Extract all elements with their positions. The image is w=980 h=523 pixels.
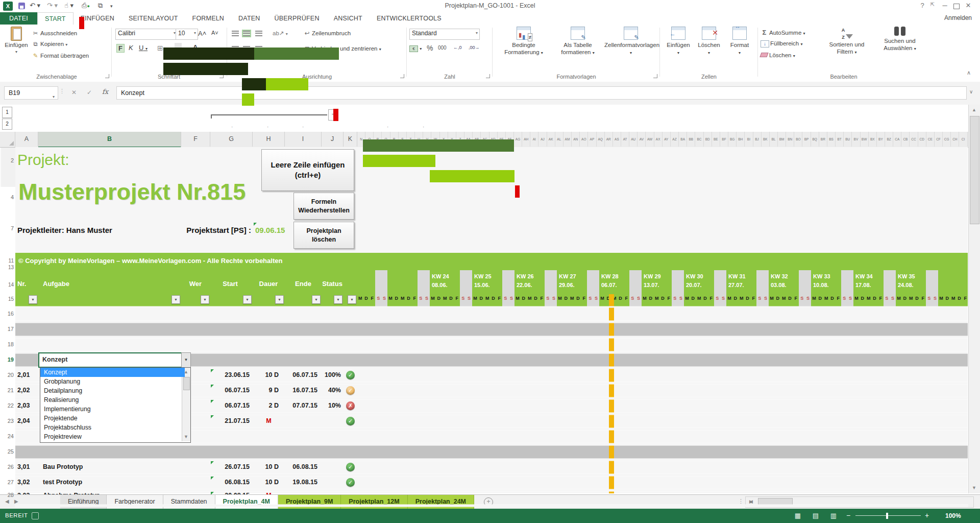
cell-start-20[interactable]: 23.06.15 (210, 371, 250, 378)
row-number-7[interactable]: 7 (0, 225, 14, 231)
tab-scrollbar-divider[interactable]: ⋮ (738, 498, 744, 505)
cell-nr-27[interactable]: 3,02 (17, 479, 30, 486)
bold-button[interactable]: F (116, 44, 125, 53)
name-box[interactable]: B19▾ (4, 86, 58, 100)
cell-start-22[interactable]: 06.07.15 (210, 402, 250, 409)
column-header-ak[interactable]: AK (547, 132, 555, 147)
column-header-a[interactable]: A (15, 132, 38, 147)
cell-start-23[interactable]: 21.07.15 (210, 417, 250, 424)
clear-plan-button[interactable]: Projektplanlöschen (293, 222, 354, 249)
number-dialog-launcher[interactable] (486, 74, 490, 78)
column-header-as[interactable]: AS (613, 132, 621, 147)
column-header-h[interactable]: H (253, 132, 285, 147)
row-number-17[interactable]: 17 (0, 326, 14, 332)
column-header-au[interactable]: AU (629, 132, 638, 147)
cell-dauer-26[interactable]: 10 D (253, 463, 279, 470)
autosum-button[interactable]: ΣAutoSumme ▾ (761, 29, 805, 36)
vertical-scroll-thumb[interactable] (970, 116, 979, 224)
column-header-ce[interactable]: CE (926, 132, 935, 147)
minimize-button[interactable]: ─ (940, 2, 949, 9)
row-number-14[interactable]: 14 (0, 282, 14, 288)
row-number-22[interactable]: 22 (0, 402, 14, 409)
next-sheet-icon[interactable]: ▶ (14, 498, 18, 504)
close-button[interactable]: ✕ (964, 2, 973, 9)
select-all-corner[interactable] (0, 132, 15, 147)
increase-decimal-button[interactable]: ←,0 (453, 45, 462, 50)
row-number-11[interactable]: 11 (0, 258, 14, 264)
zoom-in-button[interactable]: + (925, 511, 929, 519)
expand-formula-bar-icon[interactable]: ∨ (969, 89, 973, 94)
quick-print-icon[interactable]: ⎙● (82, 2, 90, 10)
sign-in-link[interactable]: Anmelden (944, 14, 972, 21)
dropdown-item-implementierung[interactable]: Implementierung (40, 405, 185, 414)
column-header-bg[interactable]: BG (728, 132, 737, 147)
zoom-slider-track[interactable] (855, 515, 921, 516)
cell-ende-26[interactable]: 06.08.15 (285, 463, 317, 470)
find-select-button[interactable]: Suchen undAuswählen ▾ (875, 27, 925, 53)
row-number-26[interactable]: 26 (0, 464, 14, 470)
grow-font-button[interactable]: A˄ (198, 30, 206, 37)
column-header-ba[interactable]: BA (679, 132, 687, 147)
scroll-down-icon[interactable]: ▼ (970, 484, 978, 492)
column-header-cg[interactable]: CG (943, 132, 951, 147)
ribbon-display-icon[interactable]: ⇱ (928, 2, 937, 7)
insert-empty-row-button[interactable]: Leere Zeile einfügen(ctrl+e) (261, 149, 354, 191)
cell-dauer-22[interactable]: 2 D (253, 402, 279, 409)
cell-dauer-23[interactable]: M (253, 417, 285, 424)
insert-cells-button[interactable]: ← Einfügen▾ (664, 27, 693, 57)
column-header-bw[interactable]: BW (861, 132, 869, 147)
column-header-aj[interactable]: AJ (538, 132, 547, 147)
row-number-24[interactable]: 24 (0, 433, 14, 439)
column-header-bl[interactable]: BL (770, 132, 778, 147)
column-header-bi[interactable]: BI (745, 132, 753, 147)
row-number-20[interactable]: 20 (0, 372, 14, 378)
zoom-out-button[interactable]: − (846, 511, 850, 519)
decrease-decimal-button[interactable]: ,00→ (469, 45, 480, 50)
row-number-21[interactable]: 21 (0, 387, 14, 393)
column-header-cd[interactable]: CD (918, 132, 926, 147)
conditional-formatting-button[interactable]: ▮▮≠ BedingteFormatierung ▾ (497, 27, 550, 57)
column-header-j[interactable]: J (322, 132, 344, 147)
column-header-an[interactable]: AN (572, 132, 580, 147)
row-number-27[interactable]: 27 (0, 479, 14, 485)
column-header-by[interactable]: BY (877, 132, 885, 147)
column-header-ch[interactable]: CH (951, 132, 959, 147)
font-family-select[interactable]: Calibri▾ (115, 29, 178, 40)
active-cell-b19[interactable]: Konzept (38, 352, 182, 368)
dropdown-item-detailplanung[interactable]: Detailplanung (40, 386, 185, 395)
column-header-ci[interactable]: CI (959, 132, 967, 147)
column-header-ar[interactable]: AR (605, 132, 613, 147)
row-number-28[interactable]: 28 (0, 492, 14, 498)
percent-style-button[interactable]: % (427, 44, 433, 52)
dropdown-item-projektreview[interactable]: Projektreview (40, 432, 185, 441)
cell-task-27[interactable]: test Prototyp (43, 479, 82, 486)
dropdown-item-realisierung[interactable]: Realisierung (40, 395, 185, 405)
cell-start-21[interactable]: 06.07.15 (210, 387, 250, 394)
column-header-am[interactable]: AM (564, 132, 572, 147)
format-cells-button[interactable]: ↔ Format▾ (725, 27, 754, 57)
sort-filter-button[interactable]: AZ Sortieren undFiltern ▾ (822, 27, 872, 56)
ribbon-tab-daten[interactable]: DATEN (231, 12, 267, 25)
cell-dropdown-arrow[interactable]: ▼ (181, 352, 191, 368)
column-header-ax[interactable]: AX (654, 132, 663, 147)
align-top-icon[interactable] (232, 31, 239, 36)
filter-button-6[interactable]: ▼ (334, 295, 342, 304)
filter-button-2[interactable]: ▼ (201, 295, 209, 304)
ribbon-tab-datei[interactable]: DATEI (0, 12, 37, 25)
row-number-19[interactable]: 19 (0, 356, 14, 363)
align-bottom-icon[interactable] (255, 31, 262, 36)
column-header-bz[interactable]: BZ (885, 132, 893, 147)
column-header-cc[interactable]: CC (910, 132, 918, 147)
ribbon-tab-formeln[interactable]: FORMELN (185, 12, 232, 25)
column-header-ag[interactable]: AG (514, 132, 522, 147)
styles-dialog-launcher[interactable] (653, 74, 657, 78)
column-header-bb[interactable]: BB (687, 132, 695, 147)
underline-button[interactable]: U ▾ (139, 44, 148, 52)
cell-ende-21[interactable]: 16.07.15 (285, 387, 317, 394)
column-header-i[interactable]: I (285, 132, 322, 147)
vertical-scrollbar[interactable]: ▲ ▼ (968, 105, 980, 493)
cell-status-pct-21[interactable]: 40% (322, 387, 341, 394)
column-header-bu[interactable]: BU (844, 132, 852, 147)
currency-button[interactable]: € ▾ (409, 45, 422, 52)
cell-start-27[interactable]: 06.08.15 (210, 479, 250, 486)
